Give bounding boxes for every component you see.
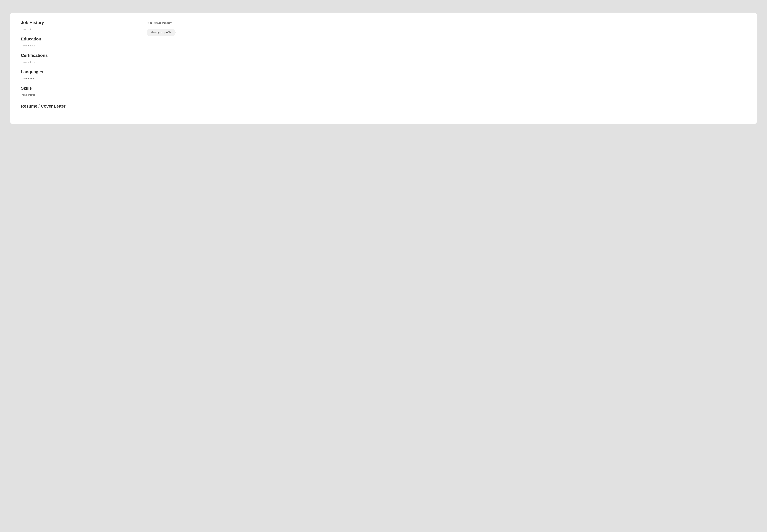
heading-job-history: Job History	[21, 20, 137, 25]
section-resume-cover-letter: Resume / Cover Letter	[21, 104, 137, 109]
heading-certifications: Certifications	[21, 53, 137, 58]
empty-education: none entered	[21, 44, 137, 47]
go-to-profile-button[interactable]: Go to your profile	[147, 29, 175, 36]
heading-resume-cover-letter: Resume / Cover Letter	[21, 104, 137, 109]
heading-languages: Languages	[21, 69, 137, 74]
section-certifications: Certifications none entered	[21, 53, 137, 63]
section-job-history: Job History none entered	[21, 20, 137, 30]
empty-skills: none entered	[21, 93, 137, 96]
heading-skills: Skills	[21, 86, 137, 91]
section-education: Education none entered	[21, 37, 137, 47]
side-column: Need to make changes? Go to your profile	[147, 20, 193, 115]
section-languages: Languages none entered	[21, 69, 137, 80]
profile-summary-card: Job History none entered Education none …	[10, 13, 757, 124]
section-skills: Skills none entered	[21, 86, 137, 96]
heading-education: Education	[21, 37, 137, 42]
main-column: Job History none entered Education none …	[21, 20, 137, 115]
empty-job-history: none entered	[21, 28, 137, 30]
empty-certifications: none entered	[21, 61, 137, 63]
empty-languages: none entered	[21, 77, 137, 80]
changes-prompt: Need to make changes?	[147, 21, 193, 24]
